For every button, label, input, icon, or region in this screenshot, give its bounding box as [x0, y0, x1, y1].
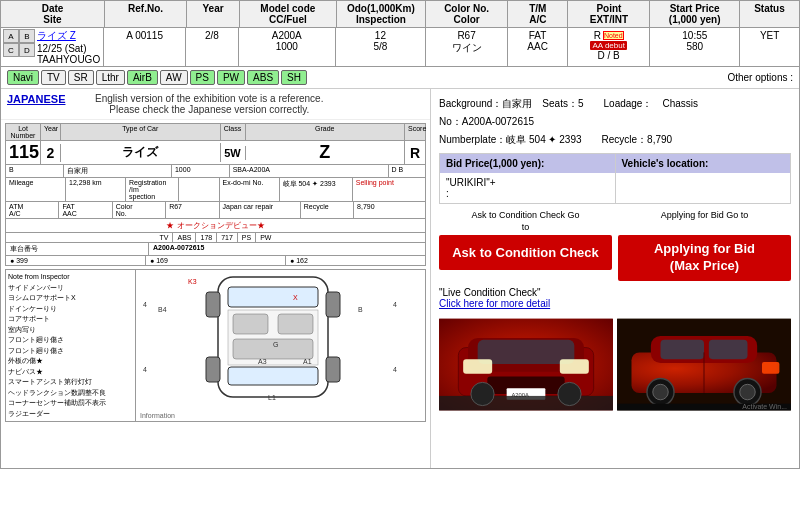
insp-lot-val: 115 [6, 141, 41, 164]
insp-mileage-val: 12,298 km [66, 178, 126, 201]
svg-point-44 [740, 384, 755, 399]
svg-text:B: B [358, 306, 363, 313]
col-date-site: DateSite [1, 1, 105, 27]
svg-point-33 [471, 382, 494, 405]
svg-rect-8 [326, 292, 340, 317]
btn-a[interactable]: A [3, 29, 19, 43]
svg-text:G: G [273, 341, 278, 348]
insp-abs: ABS [173, 233, 196, 242]
svg-text:4: 4 [143, 301, 147, 308]
insp-pw: PW [256, 233, 275, 242]
svg-rect-32 [439, 396, 613, 411]
insp-plate-label: Ex-do-mi No. [220, 178, 280, 201]
price-cell: 10:55 580 [650, 28, 740, 66]
nav-aw[interactable]: AW [160, 70, 188, 85]
nav-airb[interactable]: AirB [127, 70, 158, 85]
svg-rect-26 [478, 340, 575, 364]
svg-text:4: 4 [393, 301, 397, 308]
col-tm: T/MA/C [508, 1, 568, 27]
insp-japan-car-label: Japan car repair [220, 202, 301, 218]
nav-sh[interactable]: SH [281, 70, 307, 85]
col-year: Year [187, 1, 240, 27]
col-color: Color No.Color [426, 1, 508, 27]
nav-tv[interactable]: TV [41, 70, 66, 85]
left-panel: JAPANESE English version of the exhibiti… [1, 89, 431, 468]
insp-class-val: 5W [221, 146, 246, 160]
vehicle-location-value [616, 173, 791, 203]
site-value: TAAHYOUGO [37, 54, 100, 65]
col-refno: Ref.No. [105, 1, 187, 27]
status-cell: YET [740, 28, 799, 66]
car-photo-side: Activate Win... [617, 317, 791, 412]
ask-condition-go-text: Ask to Condition Check Go [439, 210, 612, 220]
svg-point-42 [653, 384, 668, 399]
nav-abs[interactable]: ABS [247, 70, 279, 85]
insp-recycle-val: 8,790 [354, 202, 425, 218]
english-note: English version of the exhibition vote i… [95, 93, 323, 115]
svg-point-34 [558, 382, 581, 405]
insp-fuel: 自家用 [64, 165, 172, 177]
insp-color-val: R67 [166, 202, 219, 218]
live-check-title: "Live Condition Check" [439, 287, 791, 298]
point-cell: R Noted AA debut D / B [568, 28, 650, 66]
nav-sr[interactable]: SR [68, 70, 94, 85]
car-photo-front: A200A [439, 317, 613, 412]
svg-rect-46 [762, 362, 779, 374]
svg-text:4: 4 [393, 366, 397, 373]
insp-chassis-val: A200A-0072615 [149, 243, 425, 255]
insp-tv: TV [156, 233, 174, 242]
btn-d[interactable]: D [19, 43, 35, 57]
refno-cell: A 00115 [104, 28, 186, 66]
btn-c[interactable]: C [3, 43, 19, 57]
nav-buttons-group: Navi TV SR Lthr AirB AW PS PW ABS SH [7, 70, 684, 85]
col-status: Status [740, 1, 799, 27]
right-panel: Background：自家用 Seats：5 Loadage： Chassis … [431, 89, 799, 468]
insp-178: 178 [196, 233, 217, 242]
insp-insp-val [179, 178, 219, 201]
insp-ps: PS [238, 233, 256, 242]
insp-cc: 1000 [172, 165, 230, 177]
col-point: PointEXT/INT [568, 1, 650, 27]
aa-debut-badge: AA debut [590, 41, 626, 50]
insp-chassis: SBA-A200A [230, 165, 389, 177]
insp-717: 717 [217, 233, 238, 242]
svg-rect-39 [709, 340, 748, 359]
nav-ps[interactable]: PS [190, 70, 215, 85]
svg-rect-28 [463, 359, 492, 374]
svg-text:L1: L1 [268, 394, 276, 401]
insp-sub-b: D B [389, 165, 425, 177]
ask-condition-col: Ask to Condition Check Go to Ask to Cond… [439, 210, 612, 281]
live-check-section: "Live Condition Check" Click here for mo… [439, 287, 791, 309]
apply-bid-button[interactable]: Applying for Bid (Max Price) [618, 235, 791, 281]
background-info: Background：自家用 Seats：5 Loadage： Chassis … [439, 95, 791, 149]
svg-rect-29 [560, 359, 589, 374]
btn-b[interactable]: B [19, 29, 35, 43]
svg-rect-4 [233, 314, 268, 334]
svg-text:4: 4 [143, 366, 147, 373]
insp-lot-header: Lot Number [6, 124, 41, 140]
nav-pw[interactable]: PW [217, 70, 245, 85]
svg-rect-1 [228, 287, 318, 307]
date-value: 12/25 (Sat) [37, 43, 100, 54]
insp-class-header: Class [221, 124, 246, 140]
insp-insp-label: Registration /Imspection [126, 178, 179, 201]
nav-navi[interactable]: Navi [7, 70, 39, 85]
site-link[interactable]: ライズ Z [37, 30, 76, 41]
diagram-notes: Note from Inspector サイドメンバーリ ヨシムロアサポートX … [6, 270, 136, 421]
col-model: Model codeCC/Fuel [240, 1, 337, 27]
insp-type-header: Type of Car [61, 124, 221, 140]
svg-text:A3: A3 [258, 358, 267, 365]
urikiri-cell: "URIKIRI"+ : [440, 173, 616, 203]
insp-car-name: ライズ [61, 143, 221, 162]
svg-rect-7 [206, 292, 220, 317]
insp-mileage-label: Mileage [6, 178, 66, 201]
col-odo: Odo(1,000Km)Inspection [337, 1, 426, 27]
insp-dim3: ● 162 [286, 256, 425, 265]
svg-text:K3: K3 [188, 278, 197, 285]
insp-recycle-label: Recycle [301, 202, 354, 218]
insp-score-val: R [405, 144, 425, 162]
nav-lthr[interactable]: Lthr [96, 70, 125, 85]
live-check-link[interactable]: Click here for more detail [439, 298, 550, 309]
ask-condition-button[interactable]: Ask to Condition Check [439, 235, 612, 270]
svg-rect-10 [326, 357, 340, 382]
